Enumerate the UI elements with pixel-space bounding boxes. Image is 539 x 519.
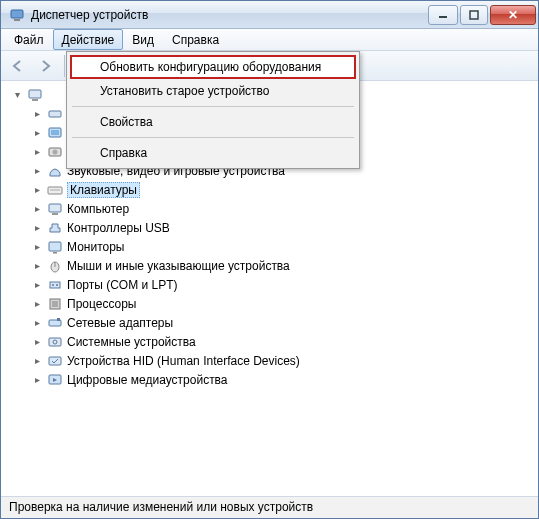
category-icon [47,277,63,293]
svg-rect-19 [50,282,60,288]
menu-refresh-hardware[interactable]: Обновить конфигурацию оборудования [70,55,356,79]
svg-rect-1 [14,19,20,21]
menu-separator [72,137,354,138]
forward-button[interactable] [33,54,59,78]
node-label: Системные устройства [67,335,196,349]
svg-rect-3 [470,11,478,19]
category-icon [47,220,63,236]
category-icon [47,258,63,274]
menu-install-legacy[interactable]: Установить старое устройство [70,79,356,103]
expand-icon[interactable]: ▸ [31,203,43,215]
collapse-icon[interactable]: ▾ [11,89,23,101]
tree-node[interactable]: ▸Мониторы [27,237,538,256]
menu-action[interactable]: Действие [53,29,124,50]
node-label: Мыши и иные указывающие устройства [67,259,290,273]
expand-icon[interactable]: ▸ [31,317,43,329]
tree-node[interactable]: ▸Клавиатуры [27,180,538,199]
category-icon [47,106,63,122]
expand-icon[interactable]: ▸ [31,336,43,348]
svg-rect-0 [11,10,23,18]
title-bar[interactable]: Диспетчер устройств ✕ [1,1,538,29]
node-label: Клавиатуры [67,182,140,198]
svg-rect-8 [51,130,59,135]
svg-point-10 [53,149,58,154]
svg-rect-14 [52,213,58,215]
node-label: Процессоры [67,297,137,311]
tree-node[interactable]: ▸Процессоры [27,294,538,313]
category-icon [47,125,63,141]
svg-rect-5 [32,99,38,101]
expand-icon[interactable]: ▸ [31,260,43,272]
toolbar-separator [64,55,65,77]
svg-rect-15 [49,242,61,251]
window-title: Диспетчер устройств [31,8,426,22]
expand-icon[interactable]: ▸ [31,298,43,310]
tree-node[interactable]: ▸Сетевые адаптеры [27,313,538,332]
category-icon [47,334,63,350]
computer-icon [27,87,43,103]
tree-node[interactable]: ▸Цифровые медиаустройства [27,370,538,389]
status-text: Проверка на наличие изменений или новых … [9,500,313,514]
expand-icon[interactable]: ▸ [31,222,43,234]
svg-rect-13 [49,204,61,212]
menu-file[interactable]: Файл [5,29,53,50]
tree-node[interactable]: ▸Мыши и иные указывающие устройства [27,256,538,275]
expand-icon[interactable]: ▸ [31,374,43,386]
window-controls: ✕ [426,5,536,25]
svg-rect-23 [52,301,58,307]
svg-rect-6 [49,111,61,117]
menu-properties[interactable]: Свойства [70,110,356,134]
expand-icon[interactable]: ▸ [31,108,43,120]
node-label: Контроллеры USB [67,221,170,235]
node-label: Мониторы [67,240,124,254]
tree-node[interactable]: ▸Компьютер [27,199,538,218]
category-icon [47,239,63,255]
category-icon [47,353,63,369]
svg-point-20 [52,284,54,286]
tree-node[interactable]: ▸Контроллеры USB [27,218,538,237]
menu-help[interactable]: Справка [163,29,228,50]
menu-view[interactable]: Вид [123,29,163,50]
category-icon [47,182,63,198]
svg-rect-28 [49,357,61,365]
svg-point-21 [56,284,58,286]
menu-separator [72,106,354,107]
node-label: Цифровые медиаустройства [67,373,228,387]
svg-rect-25 [57,318,60,321]
category-icon [47,144,63,160]
back-button[interactable] [5,54,31,78]
node-label: Компьютер [67,202,129,216]
node-label: Сетевые адаптеры [67,316,173,330]
category-icon [47,163,63,179]
svg-rect-16 [53,252,57,254]
tree-node[interactable]: ▸Системные устройства [27,332,538,351]
expand-icon[interactable]: ▸ [31,127,43,139]
expand-icon[interactable]: ▸ [31,184,43,196]
minimize-button[interactable] [428,5,458,25]
expand-icon[interactable]: ▸ [31,241,43,253]
expand-icon[interactable]: ▸ [31,279,43,291]
tree-node[interactable]: ▸Порты (COM и LPT) [27,275,538,294]
close-button[interactable]: ✕ [490,5,536,25]
svg-rect-4 [29,90,41,98]
maximize-button[interactable] [460,5,488,25]
app-icon [9,7,25,23]
node-label: Устройства HID (Human Interface Devices) [67,354,300,368]
category-icon [47,296,63,312]
category-icon [47,372,63,388]
expand-icon[interactable]: ▸ [31,355,43,367]
menu-help[interactable]: Справка [70,141,356,165]
action-menu-dropdown: Обновить конфигурацию оборудования Устан… [66,51,360,169]
status-bar: Проверка на наличие изменений или новых … [1,496,538,518]
expand-icon[interactable]: ▸ [31,146,43,158]
node-label: Порты (COM и LPT) [67,278,178,292]
menu-bar: Файл Действие Вид Справка [1,29,538,51]
category-icon [47,201,63,217]
svg-rect-26 [49,338,61,346]
tree-node[interactable]: ▸Устройства HID (Human Interface Devices… [27,351,538,370]
expand-icon[interactable]: ▸ [31,165,43,177]
category-icon [47,315,63,331]
